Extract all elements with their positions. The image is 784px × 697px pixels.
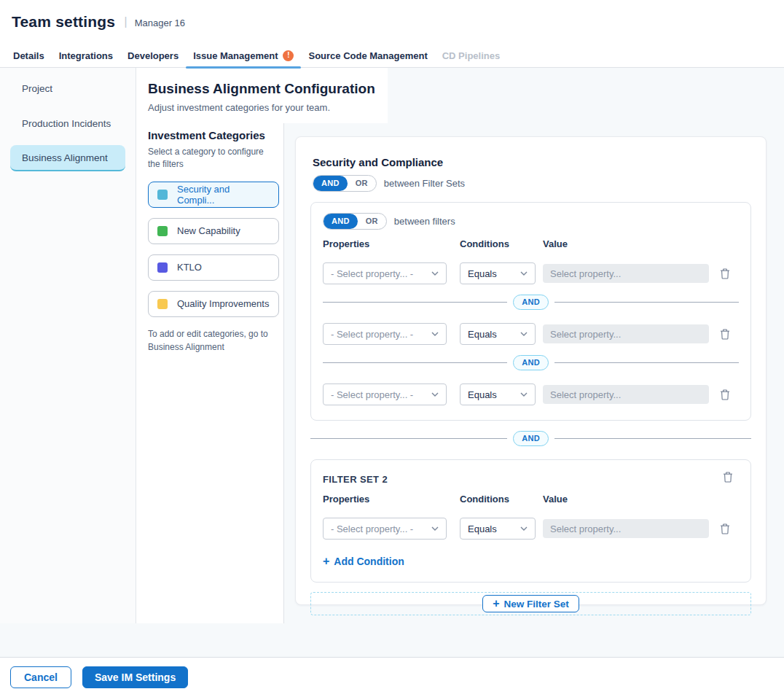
filter-sets-and-or-toggle[interactable]: AND OR — [313, 175, 377, 192]
categories-footnote: To add or edit categories, go to Busines… — [148, 327, 279, 354]
add-condition-button[interactable]: + Add Condition — [323, 556, 404, 567]
filter-card: Security and Compliance AND OR between F… — [295, 136, 767, 605]
filter-row: - Select property... - Equals — [323, 262, 739, 284]
section-title: Business Alignment Configuration — [148, 81, 375, 97]
sidebar-item-business-alignment[interactable]: Business Alignment — [10, 145, 125, 171]
category-quality-improvements[interactable]: Quality Improvements — [148, 291, 279, 317]
category-new-capability[interactable]: New Capability — [148, 218, 279, 244]
plus-icon: + — [323, 556, 329, 567]
category-color-swatch — [157, 190, 168, 200]
property-select[interactable]: - Select property... - — [323, 262, 447, 284]
trash-icon — [720, 523, 730, 534]
and-pill: AND — [513, 295, 549, 310]
action-footer: Cancel Save IM Settings — [0, 657, 784, 697]
category-color-swatch — [157, 299, 168, 309]
sidebar-item-project[interactable]: Project — [10, 75, 125, 101]
tab-issue-management[interactable]: Issue Management ! — [186, 44, 301, 68]
warning-icon: ! — [283, 50, 294, 61]
trash-icon — [720, 329, 730, 340]
category-color-swatch — [157, 262, 168, 273]
property-select[interactable]: - Select property... - — [323, 518, 447, 540]
conditions-header: Conditions — [460, 494, 543, 505]
trash-icon — [720, 268, 730, 279]
filter-card-title: Security and Compliance — [313, 156, 751, 168]
page-title: Team settings — [12, 13, 115, 31]
delete-condition-button[interactable] — [718, 522, 732, 536]
team-name: Manager 16 — [135, 15, 185, 28]
plus-icon: + — [493, 598, 499, 610]
section-subtitle: Adjust investment categories for your te… — [148, 102, 375, 113]
tab-developers[interactable]: Developers — [120, 44, 186, 68]
chevron-down-icon — [520, 332, 528, 336]
chevron-down-icon — [520, 271, 528, 276]
and-pill: AND — [513, 431, 549, 446]
condition-select[interactable]: Equals — [460, 262, 536, 284]
main-content: Business Alignment Configuration Adjust … — [136, 68, 784, 623]
categories-hint: Select a category to configure the filte… — [148, 146, 276, 171]
filter-row: - Select property... - Equals — [323, 323, 739, 345]
lower-strip — [0, 623, 784, 657]
category-color-swatch — [157, 226, 168, 236]
sidebar-item-production-incidents[interactable]: Production Incidents — [10, 110, 125, 136]
category-security-and-compliance[interactable]: Security and Compli... — [148, 182, 279, 208]
category-ktlo[interactable]: KTLO — [148, 254, 279, 281]
investment-categories-panel: Investment Categories Select a category … — [136, 123, 284, 623]
value-header: Value — [543, 238, 568, 249]
filter-column-headers: Properties Conditions Value — [323, 238, 739, 249]
section-header: Business Alignment Configuration Adjust … — [136, 68, 388, 123]
value-input[interactable] — [543, 264, 709, 283]
delete-condition-button[interactable] — [718, 327, 732, 341]
or-option[interactable]: OR — [348, 176, 376, 191]
tab-cd-pipelines: CD Pipelines — [435, 44, 507, 68]
tab-integrations[interactable]: Integrations — [52, 44, 120, 68]
new-filter-set-button[interactable]: + New Filter Set — [482, 595, 579, 612]
and-connector-between-sets: AND — [310, 431, 751, 446]
or-option[interactable]: OR — [358, 214, 386, 229]
condition-select[interactable]: Equals — [460, 518, 536, 540]
chevron-down-icon — [431, 392, 439, 397]
trash-icon — [723, 472, 733, 483]
chevron-down-icon — [431, 271, 439, 276]
tab-source-code-management[interactable]: Source Code Management — [301, 44, 434, 68]
delete-condition-button[interactable] — [718, 267, 732, 281]
value-header: Value — [543, 494, 568, 505]
filters-and-or-toggle[interactable]: AND OR — [323, 213, 387, 230]
value-input[interactable] — [543, 519, 709, 538]
save-im-settings-button[interactable]: Save IM Settings — [82, 666, 188, 688]
tab-details[interactable]: Details — [6, 44, 52, 68]
trash-icon — [720, 389, 730, 400]
cancel-button[interactable]: Cancel — [10, 666, 71, 688]
value-input[interactable] — [543, 385, 709, 404]
properties-header: Properties — [323, 238, 460, 249]
condition-select[interactable]: Equals — [460, 323, 536, 345]
categories-heading: Investment Categories — [148, 129, 283, 141]
and-option[interactable]: AND — [313, 176, 348, 191]
and-pill: AND — [513, 355, 549, 370]
new-filter-set-dropzone: + New Filter Set — [310, 592, 751, 615]
delete-filter-set-button[interactable] — [721, 470, 734, 484]
title-divider: | — [124, 15, 127, 29]
and-connector: AND — [323, 295, 739, 310]
conditions-header: Conditions — [460, 238, 543, 249]
property-select[interactable]: - Select property... - — [323, 323, 447, 345]
condition-select[interactable]: Equals — [460, 383, 536, 405]
chevron-down-icon — [520, 392, 528, 397]
chevron-down-icon — [431, 526, 439, 531]
filter-set-1: AND OR between filters Properties Condit… — [310, 202, 751, 421]
filter-row: - Select property... - Equals — [323, 518, 739, 540]
properties-header: Properties — [323, 494, 460, 505]
filter-column-headers: Properties Conditions Value — [323, 494, 739, 505]
property-select[interactable]: - Select property... - — [323, 383, 447, 405]
and-connector: AND — [323, 355, 739, 370]
and-option[interactable]: AND — [324, 214, 358, 229]
between-filters-label: between filters — [394, 216, 455, 227]
delete-condition-button[interactable] — [718, 388, 732, 402]
between-filter-sets-label: between Filter Sets — [384, 178, 465, 189]
filter-set-2: FILTER SET 2 Properties Conditions Value — [310, 459, 751, 583]
filter-set-2-title: FILTER SET 2 — [323, 470, 388, 485]
chevron-down-icon — [431, 332, 439, 336]
settings-sidebar: Project Production Incidents Business Al… — [0, 68, 136, 623]
value-input[interactable] — [543, 324, 709, 343]
tab-bar: Details Integrations Developers Issue Ma… — [0, 44, 784, 68]
app-header: Team settings | Manager 16 — [0, 0, 784, 44]
